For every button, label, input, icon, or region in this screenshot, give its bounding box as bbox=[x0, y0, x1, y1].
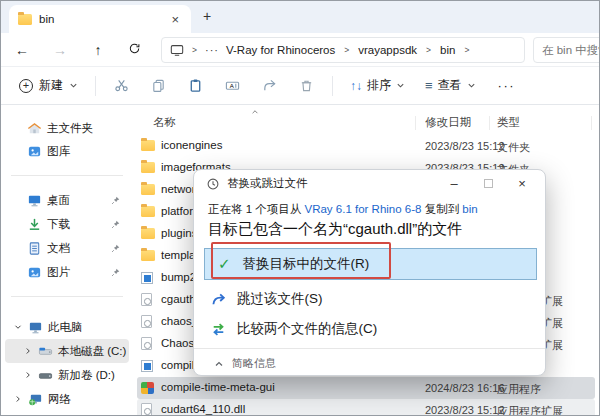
sidebar-item-local-disk-c[interactable]: 本地磁盘 (C:) bbox=[5, 339, 129, 363]
paste-icon bbox=[188, 78, 203, 93]
file-type: 应用程序 bbox=[497, 382, 541, 397]
paste-button[interactable] bbox=[177, 78, 214, 93]
file-type: 文件夹 bbox=[497, 140, 530, 155]
share-button[interactable] bbox=[251, 78, 288, 93]
folder-icon bbox=[141, 184, 155, 195]
sort-button[interactable]: ↑↓ 排序 bbox=[340, 77, 415, 94]
chevron-right-icon: > bbox=[190, 45, 199, 55]
sort-arrows-icon: ↑↓ bbox=[350, 79, 362, 93]
pc-icon bbox=[28, 320, 43, 335]
maximize-button[interactable] bbox=[471, 171, 505, 196]
skip-option-label: 跳过该文件(S) bbox=[237, 290, 323, 308]
copy-source-link[interactable]: VRay 6.1 for Rhino 6-8 bbox=[304, 203, 421, 215]
folder-icon bbox=[18, 14, 32, 25]
dialog-divider bbox=[194, 348, 545, 349]
maximize-icon bbox=[484, 179, 493, 188]
delete-button[interactable] bbox=[288, 78, 325, 93]
table-row[interactable]: iconengines 2023/8/23 15:12 文件夹 bbox=[137, 135, 595, 157]
sidebar-item-label: 桌面 bbox=[47, 193, 70, 208]
forward-button[interactable]: → bbox=[47, 40, 73, 60]
chevron-right-icon: > bbox=[342, 45, 351, 55]
breadcrumb-vray[interactable]: V-Ray for Rhinoceros bbox=[225, 44, 336, 56]
document-icon bbox=[27, 241, 42, 256]
column-divider[interactable] bbox=[591, 116, 592, 130]
chevron-up-icon bbox=[214, 359, 224, 369]
sidebar-item-label: 图库 bbox=[47, 144, 70, 159]
search-input[interactable]: 在 bin 中搜索 bbox=[533, 37, 600, 63]
sidebar-item-volume-d[interactable]: 新加卷 (D:) bbox=[5, 363, 129, 387]
minimize-button[interactable]: – bbox=[437, 171, 471, 196]
new-button[interactable]: 新建 bbox=[9, 77, 88, 94]
table-row[interactable]: cudart64_110.dll 2023/8/23 15:12 应用程序扩展 bbox=[137, 399, 595, 416]
sidebar-item-label: 下载 bbox=[47, 217, 70, 232]
tab-bin[interactable]: bin × bbox=[9, 5, 191, 33]
refresh-button[interactable] bbox=[121, 40, 147, 60]
toolbar-divider bbox=[95, 76, 96, 96]
copy-middle: 复制到 bbox=[421, 203, 462, 215]
pin-icon bbox=[110, 195, 121, 206]
copy-button[interactable] bbox=[140, 78, 177, 93]
sidebar-item-home[interactable]: 主文件夹 bbox=[5, 117, 129, 140]
sort-label: 排序 bbox=[367, 77, 391, 94]
address-bar[interactable]: > ··· V-Ray for Rhinoceros > vrayappsdk … bbox=[161, 37, 525, 63]
new-tab-button[interactable]: + bbox=[203, 8, 211, 24]
sidebar-item-network[interactable]: 网络 bbox=[5, 387, 129, 411]
home-icon bbox=[27, 121, 42, 136]
column-header-date[interactable]: 修改日期 bbox=[425, 115, 471, 130]
breadcrumb-bin[interactable]: bin bbox=[439, 44, 456, 56]
pin-icon bbox=[110, 267, 121, 278]
sidebar-item-gallery[interactable]: 图库 bbox=[5, 140, 129, 163]
back-button[interactable]: ← bbox=[9, 40, 35, 60]
dll-icon bbox=[141, 315, 152, 328]
more-options-button[interactable]: ··· bbox=[486, 78, 528, 93]
chevron-down-icon bbox=[69, 81, 78, 90]
network-icon bbox=[28, 392, 43, 407]
sidebar-item-label: 图片 bbox=[47, 265, 70, 280]
file-name: cudart64_110.dll bbox=[161, 403, 245, 415]
file-date: 2024/8/23 16:16 bbox=[425, 382, 505, 394]
up-button[interactable]: ↑ bbox=[85, 40, 111, 60]
sidebar-item-label: 此电脑 bbox=[48, 320, 83, 335]
sort-ascending-caret-icon bbox=[251, 108, 259, 116]
column-header-type[interactable]: 类型 bbox=[497, 115, 520, 130]
dll-icon bbox=[141, 337, 152, 350]
close-tab-icon[interactable]: × bbox=[168, 13, 182, 26]
file-date: 2023/8/23 15:12 bbox=[425, 140, 505, 152]
sidebar-item-documents[interactable]: 文档 bbox=[5, 236, 129, 260]
breadcrumb-ellipsis[interactable]: ··· bbox=[205, 44, 219, 56]
rename-button[interactable]: A bbox=[214, 78, 251, 93]
copy-icon bbox=[151, 78, 166, 93]
sidebar-item-pictures[interactable]: 图片 bbox=[5, 260, 129, 284]
view-label: 查看 bbox=[438, 77, 462, 94]
close-button[interactable]: × bbox=[505, 171, 539, 196]
cut-button[interactable] bbox=[103, 78, 140, 93]
column-header-name[interactable]: 名称 bbox=[153, 115, 176, 130]
column-divider[interactable] bbox=[415, 116, 416, 130]
details-toggle[interactable]: 简略信息 bbox=[214, 356, 276, 371]
compare-files-option[interactable]: 比较两个文件的信息(C) bbox=[210, 320, 377, 338]
chevron-right-icon: > bbox=[462, 45, 471, 55]
folder-icon bbox=[141, 162, 155, 173]
skip-arrow-icon bbox=[210, 291, 227, 308]
skip-file-option[interactable]: 跳过该文件(S) bbox=[210, 290, 323, 308]
sidebar-item-downloads[interactable]: 下载 bbox=[5, 212, 129, 236]
svg-text:A: A bbox=[230, 82, 235, 89]
dialog-window-controls: – × bbox=[437, 171, 539, 196]
table-row-selected[interactable]: compile-time-meta-gui 2024/8/23 16:16 应用… bbox=[137, 377, 595, 399]
pin-icon bbox=[110, 243, 121, 254]
sidebar-item-this-pc[interactable]: 此电脑 bbox=[5, 315, 129, 339]
download-icon bbox=[27, 217, 42, 232]
pictures-icon bbox=[27, 265, 42, 280]
sidebar-item-label: 网络 bbox=[48, 392, 71, 407]
column-divider[interactable] bbox=[489, 116, 490, 130]
chevron-right-icon bbox=[23, 370, 33, 380]
chevron-down-icon bbox=[13, 322, 23, 332]
file-list-header: 名称 修改日期 类型 bbox=[133, 109, 599, 133]
copy-dest-link[interactable]: bin bbox=[462, 203, 477, 215]
breadcrumb-vrayappsdk[interactable]: vrayappsdk bbox=[357, 44, 418, 56]
chevron-right-icon bbox=[13, 394, 23, 404]
pin-icon bbox=[110, 219, 121, 230]
sidebar-item-label: 新加卷 (D:) bbox=[58, 368, 115, 383]
sidebar-item-desktop[interactable]: 桌面 bbox=[5, 188, 129, 212]
view-button[interactable]: ≡ 查看 bbox=[415, 77, 486, 94]
